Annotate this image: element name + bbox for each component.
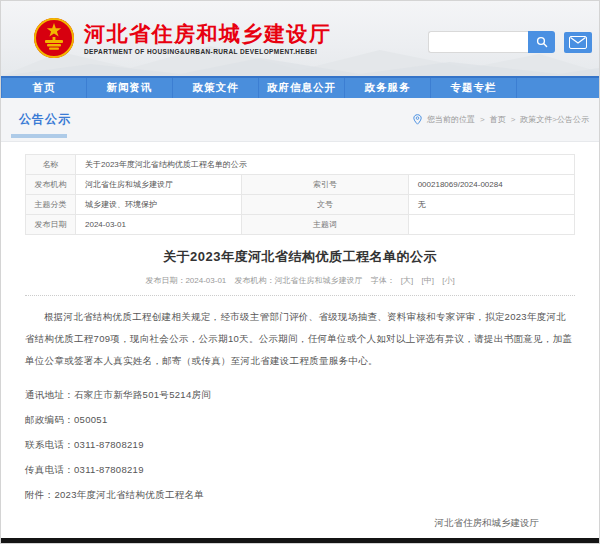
contact-phone: 联系电话：0311-87808219 bbox=[25, 432, 575, 457]
search-input[interactable] bbox=[428, 31, 528, 53]
breadcrumb-bar: 公告公示 您当前的位置 > 首页 > 政策文件 > 公告公示 bbox=[1, 98, 599, 142]
font-size-large-button[interactable]: [大] bbox=[401, 276, 413, 285]
site-title: 河北省住房和城乡建设厅 bbox=[84, 22, 332, 45]
breadcrumb-separator: > bbox=[480, 115, 485, 124]
breadcrumb: 您当前的位置 > 首页 > 政策文件 > 公告公示 bbox=[413, 114, 589, 125]
font-size-label: 字体： bbox=[371, 276, 395, 285]
tab-announcements[interactable]: 公告公示 bbox=[19, 111, 71, 128]
info-value-index-number: 000218069/2024-00284 bbox=[408, 175, 574, 195]
info-label-publish-date: 发布日期 bbox=[26, 215, 76, 235]
info-label-topic-category: 主题分类 bbox=[26, 195, 76, 215]
location-pin-icon bbox=[413, 114, 422, 125]
contact-address: 通讯地址：石家庄市新华路501号5214房间 bbox=[25, 382, 575, 407]
tab-underline bbox=[11, 134, 67, 138]
contact-fax: 传真电话：0311-87808219 bbox=[25, 457, 575, 482]
breadcrumb-item-policy-documents[interactable]: 政策文件 bbox=[520, 114, 552, 125]
nav-item-special-topics[interactable]: 专题专栏 bbox=[431, 78, 517, 98]
breadcrumb-item-home[interactable]: 首页 bbox=[490, 114, 506, 125]
search-area bbox=[428, 31, 592, 53]
site-subtitle: DEPARTMENT OF HOUSING&URBAN-RURAL DEVELO… bbox=[84, 48, 332, 55]
nav-item-gov-info-disclosure[interactable]: 政府信息公开 bbox=[259, 78, 345, 98]
nav-item-home[interactable]: 首页 bbox=[1, 78, 87, 98]
nav-item-policy-documents[interactable]: 政策文件 bbox=[173, 78, 259, 98]
contact-info: 通讯地址：石家庄市新华路501号5214房间 邮政编码：050051 联系电话：… bbox=[25, 382, 575, 507]
info-value-publisher: 河北省住房和城乡建设厅 bbox=[76, 175, 242, 195]
info-label-keywords: 主题词 bbox=[242, 215, 408, 235]
article-title: 关于2023年度河北省结构优质工程名单的公示 bbox=[25, 248, 575, 266]
info-value-topic-category: 城乡建设、环境保护 bbox=[76, 195, 242, 215]
publisher-text: 发布机构：河北省住房和城乡建设厅 bbox=[235, 276, 363, 285]
info-value-keywords bbox=[408, 215, 574, 235]
breadcrumb-location-label: 您当前的位置 bbox=[427, 114, 475, 125]
contact-postal-code: 邮政编码：050051 bbox=[25, 407, 575, 432]
footer-edge bbox=[1, 538, 599, 543]
table-row: 名称 关于2023年度河北省结构优质工程名单的公示 bbox=[26, 155, 575, 175]
title-block: 河北省住房和城乡建设厅 DEPARTMENT OF HOUSING&URBAN-… bbox=[84, 22, 332, 55]
article-body: 根据河北省结构优质工程创建相关规定，经市级主管部门评价、省级现场抽查、资料审核和… bbox=[25, 306, 575, 372]
nav-item-gov-services[interactable]: 政务服务 bbox=[345, 78, 431, 98]
info-value-document-number: 无 bbox=[408, 195, 574, 215]
table-row: 主题分类 城乡建设、环境保护 文号 无 bbox=[26, 195, 575, 215]
search-icon bbox=[536, 36, 548, 48]
font-size-medium-button[interactable]: [中] bbox=[421, 276, 433, 285]
info-label-document-number: 文号 bbox=[242, 195, 408, 215]
logo-row: 河北省住房和城乡建设厅 DEPARTMENT OF HOUSING&URBAN-… bbox=[33, 17, 332, 59]
table-row: 发布机构 河北省住房和城乡建设厅 索引号 000218069/2024-0028… bbox=[26, 175, 575, 195]
national-emblem-icon bbox=[33, 17, 75, 59]
divider bbox=[25, 295, 575, 296]
page: 河北省住房和城乡建设厅 DEPARTMENT OF HOUSING&URBAN-… bbox=[0, 0, 600, 544]
publish-date-text: 发布日期：2024-03-01 bbox=[145, 276, 226, 285]
signature-org: 河北省住房和城乡建设厅 bbox=[25, 517, 539, 530]
nav-item-news[interactable]: 新闻资讯 bbox=[87, 78, 173, 98]
breadcrumb-item-announcements[interactable]: 公告公示 bbox=[557, 114, 589, 125]
main-nav: 首页 新闻资讯 政策文件 政府信息公开 政务服务 专题专栏 bbox=[1, 76, 599, 98]
info-label-publisher: 发布机构 bbox=[26, 175, 76, 195]
info-label-name: 名称 bbox=[26, 155, 76, 175]
breadcrumb-separator: > bbox=[511, 115, 516, 124]
document-info-table: 名称 关于2023年度河北省结构优质工程名单的公示 发布机构 河北省住房和城乡建… bbox=[25, 154, 575, 235]
content-area: 名称 关于2023年度河北省结构优质工程名单的公示 发布机构 河北省住房和城乡建… bbox=[1, 142, 599, 544]
info-label-index-number: 索引号 bbox=[242, 175, 408, 195]
attachment-link[interactable]: 附件：2023年度河北省结构优质工程名单 bbox=[25, 482, 575, 507]
envelope-icon bbox=[569, 36, 587, 49]
font-size-small-button[interactable]: [小] bbox=[442, 276, 454, 285]
site-header: 河北省住房和城乡建设厅 DEPARTMENT OF HOUSING&URBAN-… bbox=[1, 1, 599, 76]
search-button[interactable] bbox=[528, 31, 555, 53]
article-meta: 发布日期：2024-03-01 发布机构：河北省住房和城乡建设厅 字体：[大] … bbox=[25, 275, 575, 286]
info-value-publish-date: 2024-03-01 bbox=[76, 215, 242, 235]
table-row: 发布日期 2024-03-01 主题词 bbox=[26, 215, 575, 235]
mail-button[interactable] bbox=[564, 32, 592, 53]
info-value-name: 关于2023年度河北省结构优质工程名单的公示 bbox=[76, 155, 575, 175]
